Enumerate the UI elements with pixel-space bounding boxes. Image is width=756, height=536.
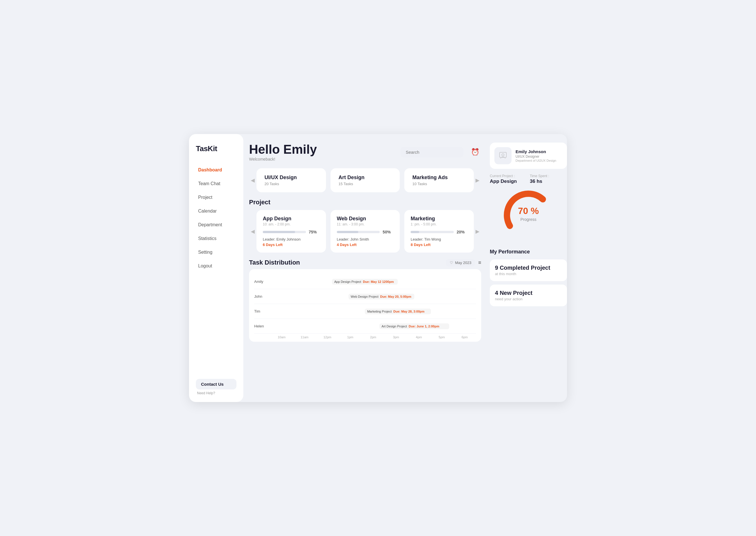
profile-card: Emily Johnson UI/UX Designer Department … (490, 143, 567, 169)
contact-us-button[interactable]: Contact Us (196, 379, 236, 389)
sidebar-item-calendar[interactable]: Calendar (196, 206, 236, 217)
donut-chart: 70 % Progress (500, 186, 557, 244)
gantt-bar-label-1: Web Design Project (351, 295, 378, 298)
time-spent-value: 36 hs (530, 179, 567, 184)
gantt-bar-due-2: Due: May 28, 3:00pm (393, 310, 425, 313)
gantt-row-0: Amily App Design Project Due: May 12 120… (254, 274, 476, 289)
sidebar-item-statistics[interactable]: Statistics (196, 233, 236, 244)
profile-info: Emily Johnson UI/UX Designer Department … (516, 149, 556, 162)
time-label-6: 4pm (408, 335, 430, 339)
sidebar-item-team-chat[interactable]: Team Chat (196, 178, 236, 189)
svg-point-1 (502, 154, 504, 156)
task-card-0[interactable]: UI/UX Design 20 Tasks (257, 168, 326, 192)
task-card-sub-2: 10 Tasks (412, 182, 466, 186)
month-label: May 2023 (455, 260, 471, 265)
app-logo: TasKit (196, 144, 236, 153)
project-arrow-right[interactable]: ▶ (474, 228, 481, 235)
gantt-bar-3: Art Design Project Due: June 1, 2:00pm (379, 323, 450, 329)
project-card-0[interactable]: App Design 10: am. - 2:00 pm. 75% Leader… (257, 210, 326, 252)
gantt-bar-area-1: Web Design Project Due: May 20, 5:00pm (270, 292, 476, 301)
progress-bar-fill-1 (337, 231, 358, 233)
perf-card-sub-0: at this month (495, 272, 562, 276)
project-cards-section: ◀ App Design 10: am. - 2:00 pm. 75% Lead… (249, 210, 481, 252)
performance-title: My Performance (490, 249, 567, 255)
month-badge[interactable]: ♡ May 2023 (446, 259, 475, 266)
greeting-title: Hello Emily (249, 143, 395, 156)
project-card-title-0: App Design (263, 216, 320, 222)
task-card-1[interactable]: Art Design 15 Tasks (331, 168, 400, 192)
gantt-label-2: Tim (254, 309, 270, 314)
progress-bar-bg-1 (337, 231, 380, 233)
progress-row-2: 20% (411, 230, 467, 234)
gantt-track-0: App Design Project Due: May 12 1200pm (270, 274, 476, 289)
time-label-0: 10am (270, 335, 293, 339)
time-label-7: 5pm (430, 335, 453, 339)
progress-bar-fill-0 (263, 231, 295, 233)
gantt-bar-area-2: Marketing Project Due: May 28, 3:00pm (270, 307, 476, 316)
gantt-label-0: Amily (254, 280, 270, 284)
donut-sub-text: Progress (521, 217, 536, 222)
perf-card-0: 9 Completed Project at this month (490, 259, 567, 281)
sidebar-item-department[interactable]: Department (196, 219, 236, 230)
project-card-title-2: Marketing (411, 216, 467, 222)
gantt-bar-area-0: App Design Project Due: May 12 1200pm (270, 277, 476, 286)
time-spent-label: Time Spent : (530, 174, 567, 178)
project-card-time-1: 11: am. - 3:00 pm. (337, 222, 394, 226)
profile-avatar (494, 147, 512, 164)
project-card-2[interactable]: Marketing 1: pm. - 5:00 pm. 20% Leader: … (404, 210, 474, 252)
gantt-track-1: Web Design Project Due: May 20, 5:00pm (270, 289, 476, 304)
gantt-row-3: Helen Art Design Project Due: June 1, 2:… (254, 319, 476, 334)
gantt-track-3: Art Design Project Due: June 1, 2:00pm (270, 319, 476, 333)
notification-icon[interactable]: ⏰ (469, 146, 481, 158)
task-cards-section: ◀ UI/UX Design 20 Tasks Art Design 15 Ta… (249, 168, 481, 192)
sidebar-item-setting[interactable]: Setting (196, 247, 236, 258)
gantt-bar-due-3: Due: June 1, 2:00pm (409, 324, 439, 328)
time-spent-box: Time Spent : 36 hs (530, 174, 567, 184)
days-left-1: 4 Days Left (337, 243, 394, 247)
performance-section: My Performance 9 Completed Project at th… (490, 249, 567, 396)
cards-arrow-right[interactable]: ▶ (474, 177, 481, 184)
gantt-bar-2: Marketing Project Due: May 28, 3:00pm (365, 309, 431, 314)
gantt-chart: Amily App Design Project Due: May 12 120… (249, 269, 481, 342)
days-left-2: 8 Days Left (411, 243, 467, 247)
gantt-label-1: John (254, 294, 270, 299)
task-card-2[interactable]: Marketing Ads 10 Tasks (404, 168, 474, 192)
sidebar-item-dashboard[interactable]: Dashboard (196, 165, 236, 176)
sidebar-item-logout[interactable]: Logout (196, 260, 236, 271)
perf-card-sub-1: need your action (495, 297, 562, 301)
gantt-row-1: John Web Design Project Due: May 20, 5:0… (254, 289, 476, 304)
task-card-title-0: UI/UX Design (265, 175, 318, 181)
days-left-0: 6 Days Left (263, 243, 320, 247)
task-dist-header: Task Distribution ♡ May 2023 ≡ (249, 259, 481, 266)
time-label-1: 11am (293, 335, 316, 339)
gantt-row-2: Tim Marketing Project Due: May 28, 3:00p… (254, 304, 476, 319)
task-dist-controls: ♡ May 2023 ≡ (446, 259, 481, 266)
project-card-time-2: 1: pm. - 5:00 pm. (411, 222, 467, 226)
menu-icon[interactable]: ≡ (478, 260, 481, 266)
task-card-sub-1: 15 Tasks (339, 182, 392, 186)
search-input[interactable] (401, 147, 463, 157)
gantt-bar-label-2: Marketing Project (367, 310, 392, 313)
current-project-box: Current Project : App Design (490, 174, 527, 184)
project-section-title: Project (249, 199, 481, 206)
gantt-label-3: Helen (254, 324, 270, 328)
sidebar: TasKit Dashboard Team Chat Project Calen… (189, 134, 243, 402)
sidebar-item-project[interactable]: Project (196, 192, 236, 203)
profile-name: Emily Johnson (516, 149, 556, 154)
main-content: Hello Emily Welcomeback! ⏰ ◀ UI/UX Desig… (243, 134, 487, 402)
project-card-title-1: Web Design (337, 216, 394, 222)
gantt-bar-1: Web Design Project Due: May 20, 5:00pm (348, 294, 414, 299)
time-label-4: 2pm (362, 335, 384, 339)
project-leader-0: Leader: Emily Johnson (263, 237, 320, 241)
header-greeting-block: Hello Emily Welcomeback! (249, 143, 395, 161)
task-dist-title: Task Distribution (249, 259, 300, 266)
project-arrow-left[interactable]: ◀ (249, 228, 257, 235)
project-card-1[interactable]: Web Design 11: am. - 3:00 pm. 50% Leader… (331, 210, 400, 252)
project-leader-1: Leader: John Smith (337, 237, 394, 241)
sidebar-nav: Dashboard Team Chat Project Calendar Dep… (196, 165, 236, 379)
progress-pct-0: 75% (309, 230, 320, 234)
project-leader-2: Leader: Tim Wong (411, 237, 467, 241)
sidebar-bottom: Contact Us Need Help? (196, 379, 236, 395)
cards-arrow-left[interactable]: ◀ (249, 177, 257, 184)
welcome-text: Welcomeback! (249, 157, 395, 161)
